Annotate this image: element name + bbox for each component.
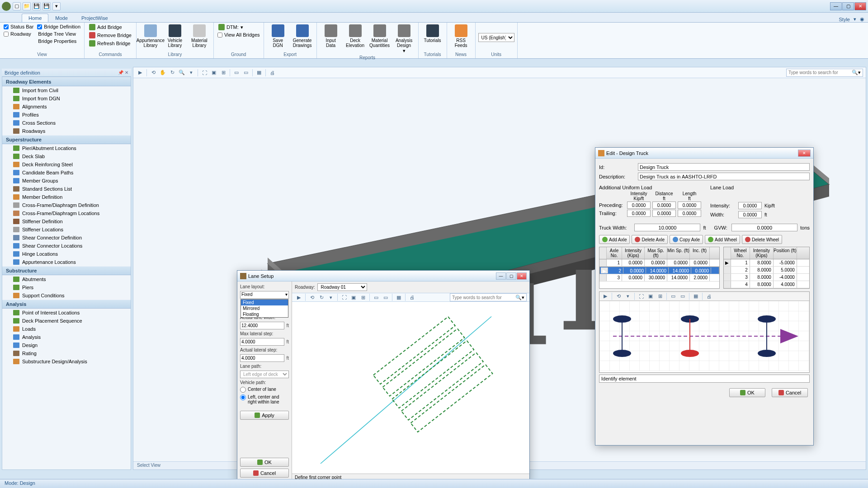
pv-ext-icon[interactable]: ⊞	[656, 292, 664, 300]
material-quantities-button[interactable]: Material Quantities	[368, 23, 391, 49]
lt-v1-icon[interactable]: ▭	[372, 293, 380, 301]
tool-window-icon[interactable]: ▣	[210, 69, 218, 77]
lt-print-icon[interactable]: 🖨	[408, 293, 416, 301]
generate-drawings-button[interactable]: Generate Drawings	[291, 23, 314, 49]
lane-close-button[interactable]: ✕	[517, 272, 527, 280]
tool-grid-icon[interactable]: ▦	[255, 69, 263, 77]
tool-fit-icon[interactable]: ⛶	[200, 69, 208, 77]
vp-lcr-radio[interactable]: Left, center and right within lane	[240, 394, 289, 404]
tool-select-icon[interactable]: ▶	[136, 69, 144, 77]
sidebar-item[interactable]: Appurtenance Locations	[2, 258, 131, 266]
truck-ok-button[interactable]: OK	[729, 388, 765, 397]
truck-close-button[interactable]: ✕	[798, 150, 811, 157]
roadway-select[interactable]: Roadway 01	[317, 283, 367, 291]
pv-grid-icon[interactable]: ▦	[692, 292, 700, 300]
axle-row[interactable]: 30.000030.000014.00002.0000	[599, 274, 719, 282]
vehicle-library-button[interactable]: Vehicle Library	[164, 23, 186, 49]
sidebar-item[interactable]: Pier/Abutment Locations	[2, 144, 131, 152]
lt-fit-icon[interactable]: ⛶	[340, 293, 348, 301]
sidebar-item[interactable]: Import from Civil	[2, 86, 131, 94]
id-input[interactable]	[638, 163, 810, 171]
tool-extents-icon[interactable]: ⊞	[219, 69, 227, 77]
sidebar-item[interactable]: Abutments	[2, 275, 131, 283]
deck-elevation-button[interactable]: Deck Elevation	[344, 23, 367, 49]
lane-plan-view[interactable]	[292, 302, 529, 474]
truck-dlg-title-bar[interactable]: Edit - Design Truck ✕	[595, 148, 813, 159]
sidebar-header-superstructure[interactable]: Superstructure	[2, 135, 131, 144]
lane-cancel-button[interactable]: Cancel	[240, 469, 289, 478]
view-search[interactable]: 🔍▾	[786, 69, 863, 77]
sidebar-item[interactable]: Rating	[2, 349, 131, 357]
sidebar-item[interactable]: Analysis	[2, 333, 131, 341]
lane-path-select[interactable]: Left edge of deck	[240, 371, 289, 378]
apply-button[interactable]: Apply	[240, 411, 289, 420]
add-wheel-button[interactable]: Add Wheel	[705, 235, 740, 244]
axle-row[interactable]: ▶20.000014.000014.00000.0000	[599, 267, 719, 274]
tool-rotate-icon[interactable]: ⟲	[149, 69, 157, 77]
help-icon[interactable]: ◉	[860, 16, 864, 22]
delete-axle-button[interactable]: Delete Axle	[632, 235, 668, 244]
pre-distance-input[interactable]	[652, 202, 676, 209]
tutorials-button[interactable]: Tutorials	[421, 23, 444, 44]
chk-roadway[interactable]: Roadway	[3, 31, 34, 37]
sidebar-item[interactable]: Import from DGN	[2, 94, 131, 103]
trail-length-input[interactable]	[678, 210, 701, 217]
lt-rotate-icon[interactable]: ⟲	[308, 293, 316, 301]
sidebar-item[interactable]: Cross-Frame/Diaphragm Locations	[2, 209, 131, 217]
lane-dlg-title-bar[interactable]: Lane Setup — ▢ ✕	[237, 271, 529, 282]
truck-cancel-button[interactable]: Cancel	[772, 388, 808, 397]
pv-fit-icon[interactable]: ⛶	[637, 292, 645, 300]
save-dgn-button[interactable]: Save DGN	[267, 23, 289, 49]
sidebar-item[interactable]: Deck Slab	[2, 152, 131, 160]
lt-pan-icon[interactable]: ↻	[317, 293, 326, 301]
axle-row[interactable]: 10.00000.00000.00000.0000	[599, 259, 719, 267]
chk-view-all-bridges[interactable]: View All Bridges	[217, 32, 261, 38]
truck-width-input[interactable]	[634, 224, 700, 231]
tab-mode[interactable]: Mode	[48, 14, 75, 22]
app-icon[interactable]	[2, 2, 11, 11]
sidebar-item[interactable]: Hinge Locations	[2, 250, 131, 258]
pv-dd-icon[interactable]: ▾	[624, 292, 632, 300]
tool-view1-icon[interactable]: ▭	[232, 69, 241, 77]
lt-v2-icon[interactable]: ▭	[382, 293, 390, 301]
units-select[interactable]: US (English)	[478, 33, 514, 42]
axle-grid[interactable]: Axle No. Intensity (Kips) Max Sp. (ft) M…	[599, 247, 720, 289]
qat-dropdown-icon[interactable]: ▾	[52, 2, 61, 10]
maximize-button[interactable]: ▢	[842, 2, 854, 10]
lane-width-input[interactable]	[738, 211, 762, 218]
qat-new-icon[interactable]: ▢	[13, 2, 21, 10]
sidebar-item[interactable]: Deck Reinforcing Steel	[2, 160, 131, 169]
btn-bridge-tree[interactable]: Bridge Tree View	[36, 31, 81, 37]
sidebar-item[interactable]: Loads	[2, 325, 131, 333]
layout-option-mirrored[interactable]: Mirrored	[241, 305, 288, 311]
pre-length-input[interactable]	[678, 202, 701, 209]
sidebar-item[interactable]: Member Definition	[2, 193, 131, 201]
sidebar-item[interactable]: Roadways	[2, 127, 131, 135]
lane-maximize-button[interactable]: ▢	[506, 272, 516, 280]
tab-projectwise[interactable]: ProjectWise	[75, 14, 115, 22]
pv-select-icon[interactable]: ▶	[601, 292, 609, 300]
delete-wheel-button[interactable]: Delete Wheel	[742, 235, 782, 244]
sidebar-pin-icon[interactable]: 📌 ✕	[118, 70, 128, 75]
pv-win-icon[interactable]: ▣	[646, 292, 655, 300]
wheel-row[interactable]: 38.0000-4.0000	[724, 274, 809, 281]
sidebar-item[interactable]: Support Conditions	[2, 291, 131, 300]
dtm-select[interactable]: DTM: ▾	[217, 23, 261, 31]
close-button[interactable]: ✕	[854, 2, 866, 10]
truck-diagram[interactable]	[599, 301, 809, 371]
lane-search-input[interactable]	[452, 295, 515, 300]
sidebar-header-substructure[interactable]: Substructure	[2, 266, 131, 275]
pv-rotate-icon[interactable]: ⟲	[614, 292, 623, 300]
wheel-row[interactable]: 28.00005.0000	[724, 267, 809, 274]
chk-bridge-def[interactable]: Bridge Definition	[36, 23, 81, 30]
tool-zoom-icon[interactable]: 🔍	[178, 69, 186, 77]
lt-dd-icon[interactable]: ▾	[327, 293, 335, 301]
qat-saveall-icon[interactable]: 💾	[42, 2, 51, 10]
search-input[interactable]	[788, 70, 852, 75]
layout-option-fixed[interactable]: Fixed	[241, 300, 288, 305]
copy-axle-button[interactable]: Copy Axle	[670, 235, 703, 244]
layout-option-floating[interactable]: Floating	[241, 311, 288, 317]
sidebar-item[interactable]: Substructure Design/Analysis	[2, 357, 131, 366]
sidebar-item[interactable]: Point of Interest Locations	[2, 309, 131, 317]
vp-center-radio[interactable]: Center of lane	[240, 387, 289, 393]
